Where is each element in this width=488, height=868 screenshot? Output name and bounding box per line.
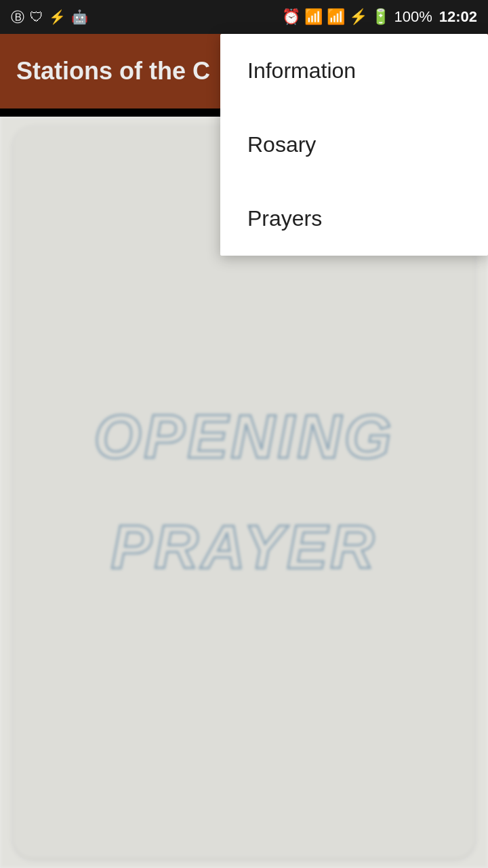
status-bar-left: Ⓑ 🛡 ⚡ 🤖: [11, 8, 88, 26]
status-bar-right: ⏰ 📶 📶 ⚡ 🔋 100% 12:02: [282, 8, 477, 26]
charging-icon: ⚡: [349, 8, 367, 26]
status-bar: Ⓑ 🛡 ⚡ 🤖 ⏰ 📶 📶 ⚡ 🔋 100% 12:02: [0, 0, 488, 34]
signal-icon: 📶: [304, 8, 323, 26]
signal2-icon: 📶: [327, 8, 345, 26]
battery-percent: 100%: [394, 8, 432, 26]
status-time: 12:02: [439, 8, 477, 26]
android-icon: 🤖: [71, 9, 88, 25]
dropdown-menu: Information Rosary Prayers: [220, 34, 488, 256]
shield-icon: 🛡: [30, 9, 43, 25]
usb-icon: ⚡: [49, 9, 66, 25]
menu-item-rosary[interactable]: Rosary: [220, 108, 488, 182]
menu-item-prayers[interactable]: Prayers: [220, 182, 488, 256]
alarm-icon: ⏰: [282, 8, 300, 26]
battery-icon: 🔋: [371, 8, 390, 26]
b-icon: Ⓑ: [11, 8, 24, 26]
menu-item-information[interactable]: Information: [220, 34, 488, 108]
